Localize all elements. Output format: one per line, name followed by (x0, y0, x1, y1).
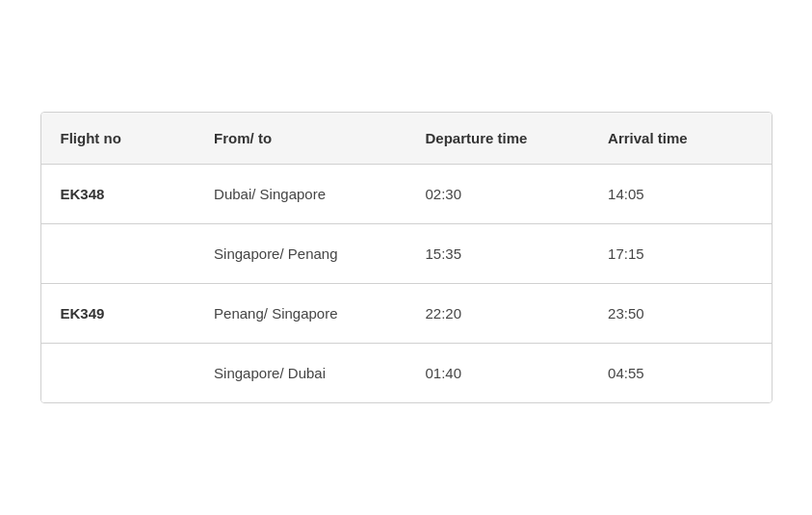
table-row: Singapore/ Dubai01:4004:55 (41, 344, 772, 403)
cell-arrival-time: 14:05 (589, 165, 771, 224)
table-row: EK349Penang/ Singapore22:2023:50 (41, 284, 772, 344)
cell-from-to: Penang/ Singapore (195, 284, 406, 344)
header-from-to: From/ to (195, 113, 406, 165)
cell-arrival-time: 17:15 (589, 224, 771, 284)
table-row: Singapore/ Penang15:3517:15 (41, 224, 772, 284)
header-arrival-time: Arrival time (589, 113, 771, 165)
cell-departure-time: 02:30 (406, 165, 589, 224)
cell-departure-time: 01:40 (406, 344, 589, 403)
cell-flight-no: EK348 (41, 165, 196, 224)
table-row: EK348Dubai/ Singapore02:3014:05 (41, 165, 772, 224)
header-departure-time: Departure time (406, 113, 589, 165)
cell-flight-no (41, 224, 196, 284)
cell-departure-time: 22:20 (406, 284, 589, 344)
cell-from-to: Dubai/ Singapore (195, 165, 406, 224)
cell-flight-no: EK349 (41, 284, 196, 344)
cell-arrival-time: 04:55 (589, 344, 771, 403)
cell-from-to: Singapore/ Penang (195, 224, 406, 284)
header-flight-no: Flight no (41, 113, 196, 165)
table-header-row: Flight no From/ to Departure time Arriva… (41, 113, 772, 165)
cell-flight-no (41, 344, 196, 403)
flight-table: Flight no From/ to Departure time Arriva… (41, 113, 772, 402)
cell-arrival-time: 23:50 (589, 284, 771, 344)
flight-table-container: Flight no From/ to Departure time Arriva… (40, 112, 773, 403)
cell-from-to: Singapore/ Dubai (195, 344, 406, 403)
cell-departure-time: 15:35 (406, 224, 589, 284)
